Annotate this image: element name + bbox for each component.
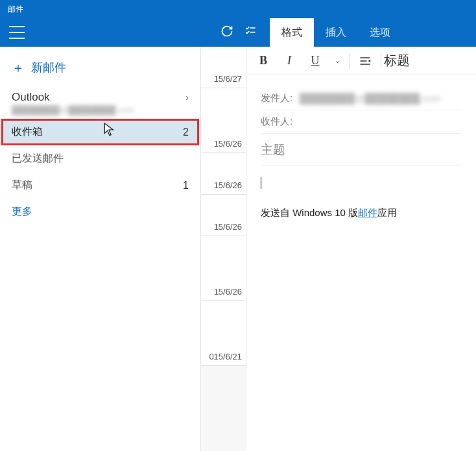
format-toolbar: B I U ⌄ 标题 (246, 47, 476, 75)
title-bar: 邮件 (0, 0, 476, 18)
to-label: 收件人: (261, 116, 300, 128)
from-label: 发件人: (261, 92, 300, 104)
account-email: ████████@████████.com (12, 105, 189, 115)
compose-body[interactable]: 发送自 Windows 10 版邮件应用 (246, 166, 476, 230)
mail-link[interactable]: 邮件 (358, 207, 377, 218)
compose-label: 新邮件 (31, 60, 66, 75)
plus-icon: ＋ (12, 61, 25, 74)
separator (349, 53, 350, 69)
folder-label: 已发送邮件 (12, 152, 64, 165)
folder-count: 1 (183, 180, 189, 191)
signature-line: 发送自 Windows 10 版邮件应用 (261, 207, 462, 219)
app-name: 邮件 (8, 4, 23, 15)
folder-sent[interactable]: 已发送邮件 (0, 145, 200, 172)
text-caret (261, 177, 261, 189)
cursor-icon (104, 123, 115, 140)
sync-icon[interactable] (220, 25, 233, 41)
tab-insert[interactable]: 插入 (314, 18, 358, 47)
sidebar: ＋ 新邮件 Outlook › ████████@████████.com 收件… (0, 47, 201, 451)
tab-format[interactable]: 格式 (270, 18, 314, 47)
folder-drafts[interactable]: 草稿 1 (0, 172, 200, 199)
indent-button[interactable] (352, 49, 378, 73)
subject-placeholder: 主题 (261, 141, 285, 158)
top-toolbar: 格式 插入 选项 (0, 18, 476, 47)
heading-button[interactable]: 标题 (384, 49, 410, 73)
compose-pane: B I U ⌄ 标题 发件人: ████████@████████.com 收件… (246, 47, 476, 451)
select-mode-icon[interactable] (244, 25, 257, 41)
message-list-toolbar (201, 18, 263, 47)
from-value: ████████@████████.com (300, 93, 441, 104)
list-item[interactable]: 15/6/27 (201, 47, 246, 88)
hamburger-icon[interactable] (9, 26, 25, 39)
subject-field[interactable]: 主题 (261, 134, 462, 166)
underline-button[interactable]: U (302, 49, 328, 73)
folder-inbox[interactable]: 收件箱 2 (0, 119, 200, 145)
separator (381, 53, 381, 69)
compose-tabs: 格式 插入 选项 (270, 18, 476, 47)
italic-button[interactable]: I (276, 49, 302, 73)
bold-button[interactable]: B (250, 49, 276, 73)
folder-label: 草稿 (12, 178, 32, 192)
list-item[interactable]: 15/6/26 (201, 153, 246, 195)
from-field: 发件人: ████████@████████.com (261, 87, 462, 110)
message-list: 15/6/27 15/6/26 15/6/26 15/6/26 15/6/26 … (201, 47, 246, 451)
folder-count: 2 (183, 127, 189, 138)
to-field[interactable]: 收件人: (261, 110, 462, 134)
tab-options[interactable]: 选项 (358, 18, 402, 47)
sidebar-header (0, 18, 201, 47)
account-name: Outlook (12, 91, 50, 104)
compose-button[interactable]: ＋ 新邮件 (0, 47, 200, 82)
folder-more[interactable]: 更多 (0, 199, 200, 225)
list-item[interactable]: 15/6/26 (201, 195, 246, 236)
account-section[interactable]: Outlook › ████████@████████.com (0, 82, 200, 119)
folder-label: 更多 (12, 205, 32, 219)
list-item[interactable]: 15/6/26 (201, 236, 246, 301)
list-item[interactable]: 015/6/21 (201, 301, 246, 366)
font-dropdown-icon[interactable]: ⌄ (328, 49, 346, 73)
chevron-right-icon: › (185, 92, 189, 103)
folder-label: 收件箱 (12, 125, 43, 139)
list-item[interactable]: 15/6/26 (201, 88, 246, 153)
